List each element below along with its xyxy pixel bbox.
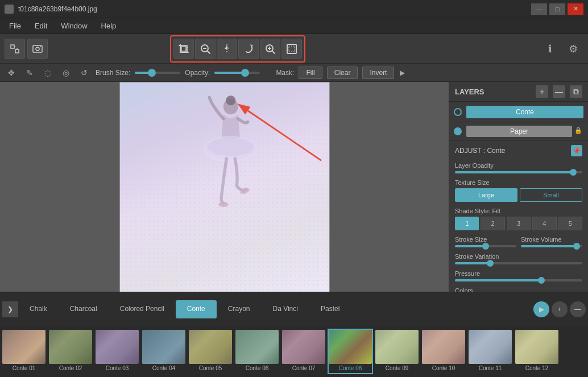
tabs-prev-btn[interactable]: ❯ — [2, 301, 18, 317]
layer-conte-label: Conte — [516, 108, 534, 116]
undo-tool-icon[interactable]: ↺ — [77, 66, 91, 80]
layer-conte[interactable]: Conte — [449, 102, 588, 122]
settings-btn[interactable]: ⚙ — [563, 39, 583, 59]
canvas-area[interactable] — [0, 82, 449, 292]
thumb-06-image — [235, 330, 279, 364]
shade-btn-4[interactable]: 4 — [532, 217, 556, 230]
menu-help[interactable]: Help — [94, 19, 123, 32]
shade-btn-5[interactable]: 5 — [558, 217, 582, 230]
thumb-09-label: Conte 09 — [375, 365, 419, 371]
tool-photo-btn[interactable] — [27, 39, 48, 59]
remove-style-btn[interactable]: — — [570, 301, 586, 317]
menu-edit[interactable]: Edit — [28, 19, 54, 32]
titlebar: t01c88a263b9f4e4b00.jpg — □ ✕ — [0, 0, 588, 18]
rotate-btn[interactable] — [238, 39, 259, 59]
layer-opacity-slider[interactable] — [455, 171, 582, 173]
more-options-btn[interactable]: ▶ — [400, 69, 405, 77]
thumb-conte-11[interactable]: Conte 11 — [467, 329, 513, 374]
stroke-size-slider[interactable] — [455, 245, 516, 247]
layers-title: LAYERS — [455, 88, 531, 96]
shade-btn-3[interactable]: 3 — [507, 217, 531, 230]
move-tool-icon[interactable]: ✥ — [5, 66, 18, 80]
thumb-conte-07[interactable]: Conte 07 — [281, 329, 326, 374]
clear-button[interactable]: Clear — [327, 67, 358, 79]
menu-file[interactable]: File — [2, 19, 28, 32]
thumb-conte-12[interactable]: Conte 12 — [514, 329, 560, 374]
thumb-conte-09[interactable]: Conte 09 — [374, 329, 420, 374]
thumb-conte-10[interactable]: Conte 10 — [421, 329, 466, 374]
flip-btn[interactable] — [217, 39, 237, 59]
duplicate-layer-btn[interactable]: ⧉ — [570, 85, 582, 98]
shade-btn-2[interactable]: 2 — [481, 217, 504, 230]
thumb-conte-04[interactable]: Conte 04 — [141, 329, 187, 374]
crop-tool-btn[interactable] — [173, 39, 194, 59]
zoom-in-btn[interactable] — [260, 39, 280, 59]
remove-layer-btn[interactable]: — — [553, 85, 565, 98]
thumb-01-image — [2, 330, 45, 364]
thumb-03-label: Conte 03 — [96, 365, 139, 371]
thumb-09-image — [375, 330, 419, 364]
thumb-08-label: Conte 08 — [329, 365, 372, 371]
thumb-conte-02[interactable]: Conte 02 — [48, 329, 93, 374]
svg-rect-0 — [11, 45, 14, 48]
add-layer-btn[interactable]: + — [536, 85, 548, 98]
pressure-slider[interactable] — [455, 279, 582, 281]
layer-paper[interactable]: Paper 🔒 — [449, 122, 588, 140]
add-style-btn[interactable]: + — [552, 301, 568, 317]
brush-size-label: Brush Size: — [96, 69, 130, 77]
adjust-pin-btn[interactable]: 📌 — [571, 145, 582, 156]
thumb-conte-03[interactable]: Conte 03 — [94, 329, 140, 374]
menu-window[interactable]: Window — [54, 19, 94, 32]
tool-overlay-btn[interactable] — [5, 39, 25, 59]
layer-conte-indicator — [454, 108, 462, 116]
layers-header: LAYERS + — ⧉ — [449, 82, 588, 102]
thumb-conte-01[interactable]: Conte 01 — [1, 329, 47, 374]
tab-charcoal[interactable]: Charcoal — [59, 300, 109, 318]
thumb-conte-08[interactable]: Conte 08 — [328, 329, 373, 374]
invert-button[interactable]: Invert — [362, 67, 394, 79]
target-tool-icon[interactable]: ◎ — [59, 66, 73, 80]
texture-buttons: Large Small — [455, 188, 582, 202]
opacity-slider[interactable] — [214, 72, 271, 74]
minimize-button[interactable]: — — [531, 3, 547, 15]
svg-rect-1 — [15, 49, 19, 53]
shade-buttons: 1 2 3 4 5 — [455, 217, 582, 230]
texture-small-btn[interactable]: Small — [520, 188, 582, 202]
svg-point-22 — [207, 138, 254, 156]
thumb-01-label: Conte 01 — [2, 365, 45, 371]
colors-label: Colors — [455, 287, 582, 292]
svg-point-23 — [218, 202, 228, 207]
thumb-12-label: Conte 12 — [515, 365, 558, 371]
main-toolbar: ℹ ⚙ — [0, 34, 588, 64]
tab-conte[interactable]: Conte — [176, 300, 217, 318]
window-controls: — □ ✕ — [531, 3, 583, 15]
fill-button[interactable]: Fill — [299, 67, 322, 79]
stroke-row: Stroke Size Stroke Volume — [455, 236, 582, 247]
shade-btn-1[interactable]: 1 — [455, 217, 479, 230]
tab-chalk[interactable]: Chalk — [18, 300, 59, 318]
main-content: LAYERS + — ⧉ Conte Paper 🔒 ADJUST : Cont… — [0, 82, 588, 292]
pencil-tool-icon[interactable]: ✎ — [23, 66, 36, 80]
thumb-conte-06[interactable]: Conte 06 — [234, 329, 280, 374]
thumb-conte-05[interactable]: Conte 05 — [188, 329, 233, 374]
stroke-volume-slider[interactable] — [521, 245, 582, 247]
colors-row: Colors — [455, 287, 582, 292]
tab-crayon[interactable]: Crayon — [217, 300, 262, 318]
tab-colored-pencil[interactable]: Colored Pencil — [109, 300, 176, 318]
stroke-size-col: Stroke Size — [455, 236, 516, 247]
zoom-out-btn[interactable] — [195, 39, 216, 59]
stroke-variation-slider[interactable] — [455, 262, 582, 264]
maximize-button[interactable]: □ — [549, 3, 565, 15]
texture-size-row: Texture Size Large Small — [455, 179, 582, 202]
thumb-11-image — [469, 330, 512, 364]
brush-size-slider[interactable] — [135, 72, 180, 74]
tab-pastel[interactable]: Pastel — [309, 300, 351, 318]
tab-da-vinci[interactable]: Da Vinci — [261, 300, 309, 318]
texture-large-btn[interactable]: Large — [455, 188, 517, 202]
close-button[interactable]: ✕ — [568, 3, 583, 15]
frame-btn[interactable] — [281, 39, 302, 59]
circle-tool-icon[interactable]: ◌ — [41, 66, 55, 80]
play-btn[interactable]: ▶ — [533, 301, 549, 317]
svg-point-6 — [40, 46, 41, 47]
info-btn[interactable]: ℹ — [540, 39, 561, 59]
